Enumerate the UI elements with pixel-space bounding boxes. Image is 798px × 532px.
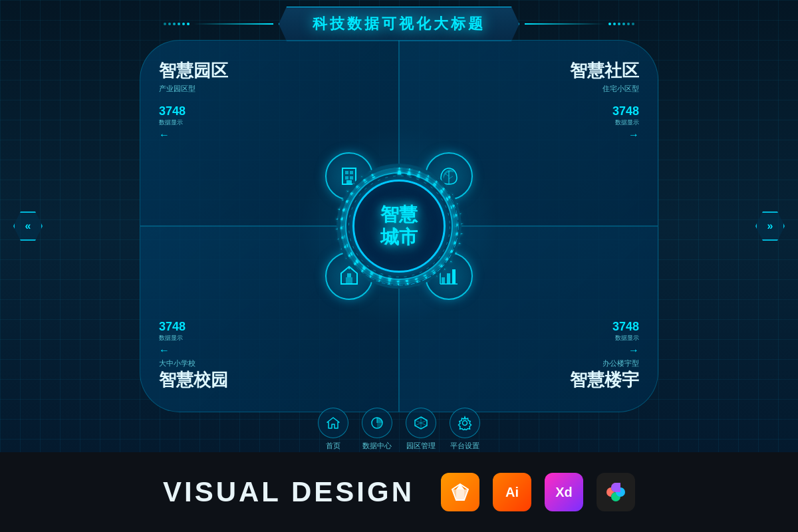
dot	[627, 23, 630, 25]
panel-bl-arrow: ←	[159, 344, 228, 356]
svg-marker-63	[327, 418, 339, 428]
sketch-logo	[450, 481, 471, 503]
svg-point-70	[463, 421, 467, 426]
panel-br-number-label: 数据显示	[570, 334, 639, 342]
panel-bl-number: 3748	[159, 320, 228, 334]
right-line	[525, 23, 604, 25]
figma-logo	[606, 479, 626, 505]
panel-tl-number: 3748	[159, 104, 398, 118]
panel-tr-title: 智慧社区	[400, 59, 639, 82]
page-title: 科技数据可视化大标题	[313, 14, 485, 34]
panel-tl-arrow: ←	[159, 129, 398, 141]
dashboard-section: 科技数据可视化大标题 « »	[0, 0, 798, 452]
panel-br-arrow: →	[570, 344, 639, 356]
sketch-icon	[441, 473, 479, 511]
left-line	[194, 23, 273, 25]
nav-right-button[interactable]: »	[755, 211, 785, 241]
chevron-left-icon: «	[25, 220, 31, 232]
nav-item-home[interactable]: 首页	[318, 408, 348, 451]
dot	[164, 23, 166, 25]
title-wrapper: 科技数据可视化大标题	[164, 7, 634, 41]
title-box: 科技数据可视化大标题	[279, 7, 519, 41]
nav-label-home: 首页	[326, 441, 340, 451]
outer-decoration-svg	[334, 162, 464, 291]
ai-label: Ai	[505, 485, 519, 500]
footer-section: VISUAL DESIGN Ai Xd	[0, 452, 798, 532]
dot	[168, 23, 171, 25]
nav-left-button[interactable]: «	[13, 211, 43, 241]
visual-design-label: VISUAL DESIGN	[163, 476, 414, 508]
svg-point-61	[343, 170, 456, 283]
nav-item-settings[interactable]: 平台设置	[450, 408, 480, 451]
nav-label-data: 数据中心	[362, 441, 392, 451]
header: 科技数据可视化大标题	[0, 0, 798, 41]
xd-icon: Xd	[545, 473, 583, 511]
panel-br-subtitle: 办公楼宇型	[570, 358, 639, 368]
xd-label: Xd	[555, 485, 573, 500]
panel-bl-title: 智慧校园	[159, 368, 228, 392]
figma-icon	[597, 473, 635, 511]
panel-br-number: 3748	[570, 320, 639, 334]
dot	[178, 23, 180, 25]
settings-icon-circle[interactable]	[450, 408, 480, 438]
cube-icon	[414, 416, 428, 430]
dot	[632, 23, 634, 25]
nav-item-data[interactable]: 数据中心	[362, 408, 392, 451]
home-icon	[326, 416, 340, 430]
panel-tl-title: 智慧园区	[159, 59, 398, 82]
svg-point-62	[349, 176, 450, 277]
dot	[182, 23, 185, 25]
panel-tl-subtitle: 产业园区型	[159, 84, 398, 94]
park-icon-circle[interactable]	[406, 408, 436, 438]
tool-icons-group: Ai Xd	[441, 473, 635, 511]
panel-br-title: 智慧楼宇	[570, 368, 639, 392]
dot	[622, 23, 625, 25]
chevron-right-icon: »	[767, 220, 773, 232]
panel-bl-number-label: 数据显示	[159, 334, 228, 342]
pie-chart-icon	[370, 416, 384, 430]
dot	[618, 23, 620, 25]
dot	[187, 23, 190, 25]
main-content: 智慧园区 产业园区型 3748 数据显示 ← 智慧社区 住宅小区型 3748	[140, 40, 658, 412]
nav-item-park[interactable]: 园区管理	[406, 408, 436, 451]
nav-label-park: 园区管理	[406, 441, 436, 451]
panel-tr-number: 3748	[400, 104, 639, 118]
panel-tl-number-label: 数据显示	[159, 118, 398, 127]
panel-bl-subtitle: 大中小学校	[159, 358, 228, 368]
bottom-navigation: 首页 数据中心	[318, 408, 480, 451]
data-icon-circle[interactable]	[362, 408, 392, 438]
center-circle: 智慧 城市	[336, 163, 462, 289]
gear-icon	[458, 416, 472, 430]
home-icon-circle[interactable]	[318, 408, 348, 438]
nav-label-settings: 平台设置	[450, 441, 479, 451]
panel-tr-subtitle: 住宅小区型	[400, 84, 639, 94]
panel-tr-arrow: →	[400, 129, 639, 141]
dot	[173, 23, 176, 25]
dot	[608, 23, 611, 25]
panel-tr-number-label: 数据显示	[400, 118, 639, 127]
svg-point-60	[339, 166, 460, 287]
dot	[613, 23, 616, 25]
illustrator-icon: Ai	[493, 473, 531, 511]
